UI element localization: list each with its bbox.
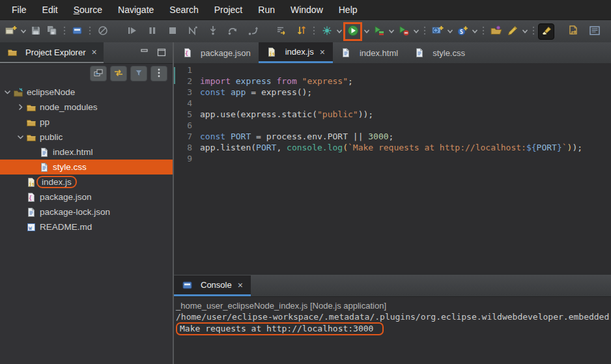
view-window-buttons (137, 42, 173, 63)
use-step-filters-button[interactable] (273, 23, 289, 40)
minimize-view-button[interactable] (137, 46, 152, 59)
code-line: 6 (174, 120, 611, 131)
launch-button[interactable] (319, 23, 335, 40)
code-text: const app = express(); (200, 87, 312, 98)
resume-button[interactable] (124, 23, 140, 40)
perspective-console-button[interactable] (586, 23, 603, 40)
step-return-button[interactable] (245, 23, 261, 40)
highlighter-button[interactable] (538, 23, 554, 40)
editor-tabbar: {package.jsonjsindex.js×index.htmlstyle.… (174, 42, 611, 64)
step-into-button[interactable] (205, 23, 221, 40)
save-all-button[interactable] (44, 23, 60, 40)
tree-item-public[interactable]: public (0, 130, 173, 145)
menu-source[interactable]: Source (66, 1, 110, 18)
menu-search[interactable]: Search (162, 1, 206, 18)
console-tab-label: Console (201, 280, 232, 290)
tree-item-eclipsenode[interactable]: eclipseNode (0, 85, 173, 100)
coverage-button[interactable] (371, 23, 387, 40)
expander-down-icon[interactable] (16, 132, 25, 142)
dropdown-chevron-icon[interactable] (520, 23, 529, 40)
dropdown-chevron-icon[interactable] (412, 23, 420, 40)
json-file-icon: { (25, 192, 36, 203)
skip-all-breakpoints-button[interactable] (94, 23, 111, 40)
editor-area: {package.jsonjsindex.js×index.htmlstyle.… (174, 42, 611, 364)
save-button[interactable] (27, 23, 44, 40)
editor-tab-index-html[interactable]: index.html (333, 42, 406, 63)
editor-tab-package-json[interactable]: {package.json (174, 42, 259, 63)
svg-text:{: { (29, 195, 32, 201)
line-number: 8 (174, 142, 192, 153)
new-web-wizard-button[interactable] (429, 23, 446, 40)
tree-item-style-css[interactable]: style.css (0, 160, 173, 175)
tab-project-explorer[interactable]: Project Explorer × (0, 42, 104, 63)
editor-tab-index-js[interactable]: jsindex.js× (259, 42, 333, 63)
dropdown-chevron-icon[interactable] (446, 23, 454, 40)
menu-edit[interactable]: Edit (35, 1, 66, 18)
expander-spacer (16, 192, 25, 202)
project-tree: eclipseNodenode_modulespppublicindex.htm… (0, 83, 173, 234)
tree-item-package-json[interactable]: {package.json (0, 189, 173, 204)
toolbar-separator (63, 26, 66, 36)
range-indicator (174, 67, 175, 84)
step-over-button[interactable] (225, 23, 241, 40)
menu-window[interactable]: Window (283, 1, 331, 18)
run-button[interactable] (343, 22, 362, 41)
dropdown-chevron-icon[interactable] (19, 23, 27, 40)
dropdown-chevron-icon[interactable] (387, 23, 395, 40)
code-editor[interactable]: 12import express from "express";3const a… (174, 63, 611, 276)
terminate-button[interactable] (164, 23, 180, 40)
pane-splitter[interactable] (173, 42, 174, 364)
code-text: import express from "express"; (200, 76, 353, 87)
swap-arrows-icon (295, 24, 308, 39)
dropdown-chevron-icon[interactable] (335, 23, 343, 40)
code-line: 7const PORT = process.env.PORT || 3000; (174, 131, 611, 142)
new-server-button[interactable]: S (454, 23, 470, 40)
close-tab-icon[interactable]: × (320, 47, 325, 57)
view-menu-icon (153, 67, 165, 81)
view-menu-button[interactable] (150, 66, 167, 81)
tab-console[interactable]: Console × (174, 275, 251, 296)
expander-spacer (29, 162, 38, 172)
suspend-button[interactable] (144, 23, 160, 40)
tree-item-node-modules[interactable]: node_modules (0, 100, 173, 115)
console-line-title: _home_user_eclipseNode_index.js [Node.js… (176, 300, 610, 311)
menu-run[interactable]: Run (250, 1, 283, 18)
filter-button[interactable] (130, 66, 147, 81)
collapse-all-button[interactable] (90, 66, 107, 81)
collapse-all-icon (92, 67, 104, 81)
annotate-button[interactable] (504, 23, 520, 40)
disconnect-button[interactable] (184, 23, 201, 40)
tree-item-index-html[interactable]: index.html (0, 145, 173, 160)
menu-help[interactable]: Help (331, 1, 365, 18)
profile-button[interactable] (395, 23, 412, 40)
console-output[interactable]: _home_user_eclipseNode_index.js [Node.js… (174, 297, 611, 335)
project-explorer-title: Project Explorer (25, 48, 85, 57)
tree-item-readme-md[interactable]: wREADME.md (0, 219, 173, 234)
pause-icon (146, 24, 159, 39)
expander-down-icon[interactable] (3, 87, 12, 97)
open-task-button[interactable] (488, 23, 504, 40)
tree-item-package-lock-json[interactable]: package-lock.json (0, 204, 173, 219)
new-wizard-button[interactable] (3, 23, 19, 40)
close-view-icon[interactable]: × (91, 47, 96, 57)
tree-item-pp[interactable]: pp (0, 115, 173, 130)
menu-navigate[interactable]: Navigate (110, 1, 162, 18)
menu-project[interactable]: Project (206, 1, 251, 18)
console-line-output: Make requests at http://localhost:3000 (176, 322, 610, 335)
tree-item-label: eclipseNode (27, 87, 75, 97)
open-console-button[interactable] (69, 23, 85, 40)
perspective-editor-button[interactable] (565, 23, 581, 40)
tree-item-index-js[interactable]: jsindex.js (0, 175, 173, 189)
maximize-view-button[interactable] (154, 46, 169, 59)
link-with-editor-button[interactable] (110, 66, 127, 81)
svg-text:{: { (185, 50, 188, 57)
link-arrows-button[interactable] (293, 23, 309, 40)
expander-right-icon[interactable] (16, 102, 25, 112)
dropdown-chevron-icon[interactable] (362, 23, 371, 40)
close-console-icon[interactable]: × (238, 280, 243, 290)
dropdown-chevron-icon[interactable] (470, 23, 479, 40)
menu-file[interactable]: File (4, 1, 35, 18)
editor-tab-style-css[interactable]: style.css (406, 42, 473, 63)
tree-item-label: public (40, 132, 63, 142)
svg-text:w: w (29, 225, 32, 231)
